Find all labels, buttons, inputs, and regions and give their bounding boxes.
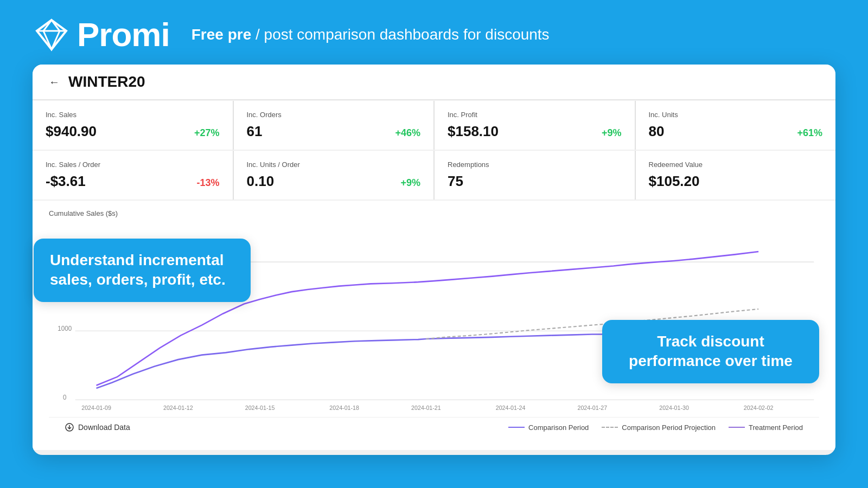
x-label-4: 2024-01-18 — [329, 404, 359, 411]
metric-row-inc-units: 80 +61% — [649, 123, 823, 140]
x-label-7: 2024-01-27 — [577, 404, 607, 411]
metric-row-sales-per-order: -$3.61 -13% — [46, 173, 220, 190]
metric-change-inc-units: +61% — [797, 127, 822, 139]
chart-footer: Download Data Comparison Period Comparis… — [49, 417, 819, 437]
metric-inc-profit: Inc. Profit $158.10 +9% — [435, 101, 635, 150]
metric-row-units-per-order: 0.10 +9% — [247, 173, 421, 190]
callout-incremental-text: Understand incrementalsales, orders, pro… — [50, 252, 226, 288]
metrics-grid-row2: Inc. Sales / Order -$3.61 -13% Inc. Unit… — [33, 151, 835, 200]
header: Promi Free pre / post comparison dashboa… — [0, 0, 868, 65]
metric-units-per-order: Inc. Units / Order 0.10 +9% — [234, 151, 434, 200]
legend-label-projection: Comparison Period Projection — [622, 423, 716, 432]
metric-row-redemptions: 75 — [448, 173, 622, 190]
logo-text: Promi — [77, 15, 170, 54]
x-label-9: 2024-02-02 — [744, 404, 774, 411]
legend-line-treatment — [729, 427, 745, 428]
metric-value-inc-sales: $940.90 — [46, 123, 97, 140]
x-label-3: 2024-01-15 — [245, 404, 275, 411]
y-label-0: 0 — [63, 394, 67, 402]
metric-inc-units: Inc. Units 80 +61% — [636, 101, 836, 150]
metric-value-units-per-order: 0.10 — [247, 173, 275, 190]
chart-legend: Comparison Period Comparison Period Proj… — [508, 423, 803, 432]
metric-change-inc-sales: +27% — [194, 127, 220, 139]
legend-treatment: Treatment Period — [729, 423, 803, 432]
metric-value-sales-per-order: -$3.61 — [46, 173, 86, 190]
metric-label-sales-per-order: Inc. Sales / Order — [46, 160, 220, 169]
legend-label-comparison: Comparison Period — [528, 423, 589, 432]
metric-inc-orders: Inc. Orders 61 +46% — [234, 101, 434, 150]
logo-icon — [33, 16, 71, 54]
metric-row-redeemed-value: $105.20 — [649, 173, 823, 190]
metric-value-inc-profit: $158.10 — [448, 123, 499, 140]
metric-label-redemptions: Redemptions — [448, 160, 622, 169]
logo-area: Promi — [33, 15, 170, 54]
metric-label-inc-units: Inc. Units — [649, 111, 823, 119]
metric-inc-sales: Inc. Sales $940.90 +27% — [33, 101, 233, 150]
metric-value-inc-orders: 61 — [247, 123, 263, 140]
card-topbar: ← WINTER20 — [33, 65, 835, 100]
metric-change-sales-per-order: -13% — [196, 177, 219, 189]
x-label-2: 2024-01-12 — [163, 404, 193, 411]
metrics-grid-row1: Inc. Sales $940.90 +27% Inc. Orders 61 +… — [33, 101, 835, 150]
metric-label-units-per-order: Inc. Units / Order — [247, 160, 421, 169]
metric-row-inc-orders: 61 +46% — [247, 123, 421, 140]
legend-projection: Comparison Period Projection — [602, 423, 716, 432]
callout-track: Track discountperformance over time — [602, 320, 819, 383]
legend-line-projection — [602, 427, 618, 428]
metric-value-inc-units: 80 — [649, 123, 665, 140]
download-label: Download Data — [78, 423, 130, 432]
back-button[interactable]: ← — [49, 76, 60, 88]
x-label-5: 2024-01-21 — [411, 404, 441, 411]
metric-label-redeemed-value: Redeemed Value — [649, 160, 823, 169]
legend-label-treatment: Treatment Period — [749, 423, 803, 432]
metric-value-redeemed-value: $105.20 — [649, 173, 700, 190]
x-label-1: 2024-01-09 — [81, 404, 111, 411]
tagline: Free pre / post comparison dashboards fo… — [192, 26, 550, 43]
callout-incremental: Understand incrementalsales, orders, pro… — [34, 239, 251, 302]
chart-title: Cumulative Sales ($s) — [49, 209, 819, 217]
page-title: WINTER20 — [68, 73, 145, 91]
y-label-1000: 1000 — [58, 325, 72, 333]
metric-value-redemptions: 75 — [448, 173, 463, 190]
legend-line-comparison — [508, 427, 525, 428]
svg-marker-0 — [37, 20, 66, 49]
metric-sales-per-order: Inc. Sales / Order -$3.61 -13% — [33, 151, 233, 200]
metric-change-inc-orders: +46% — [395, 127, 420, 139]
metric-row-inc-sales: $940.90 +27% — [46, 123, 220, 140]
metric-change-inc-profit: +9% — [602, 127, 622, 139]
download-button[interactable]: Download Data — [65, 423, 130, 432]
metric-row-inc-profit: $158.10 +9% — [448, 123, 622, 140]
metric-label-inc-sales: Inc. Sales — [46, 111, 220, 119]
legend-comparison: Comparison Period — [508, 423, 589, 432]
metric-redemptions: Redemptions 75 — [435, 151, 635, 200]
x-label-8: 2024-01-30 — [659, 404, 689, 411]
download-icon — [65, 423, 74, 432]
metric-label-inc-orders: Inc. Orders — [247, 111, 421, 119]
metric-label-inc-profit: Inc. Profit — [448, 111, 622, 119]
callout-track-text: Track discountperformance over time — [629, 333, 793, 369]
x-label-6: 2024-01-24 — [496, 404, 526, 411]
metric-redeemed-value: Redeemed Value $105.20 — [636, 151, 836, 200]
metric-change-units-per-order: +9% — [400, 177, 420, 189]
